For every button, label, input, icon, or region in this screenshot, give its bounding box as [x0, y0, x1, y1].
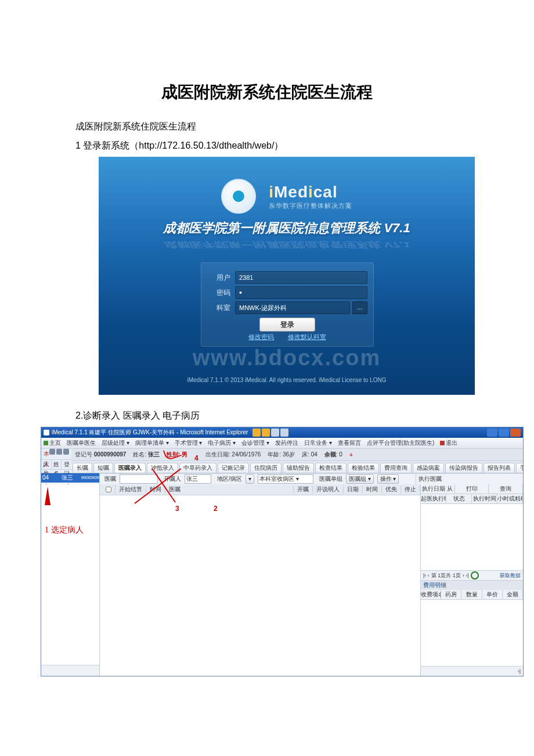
change-password-link[interactable]: 修改密码	[248, 333, 274, 340]
password-input[interactable]	[235, 286, 367, 299]
annotation-3: 3	[175, 505, 179, 513]
right-head-exec: 执行医嘱	[418, 475, 442, 483]
tab-billing[interactable]: 记账记录	[218, 463, 249, 473]
password-label: 密码	[207, 288, 230, 298]
system-name: 成都医学院第一附属医院信息管理系统 V7.1	[99, 219, 475, 237]
brand-title: iMedical	[269, 183, 352, 201]
rcol-status: 状态	[446, 494, 472, 503]
tab-exam-result[interactable]: 检查结果	[315, 463, 347, 473]
tab-secondary[interactable]: 手次医嘱	[516, 463, 524, 473]
nav-stop-icon[interactable]	[271, 429, 279, 437]
dept-input[interactable]: MNWK-泌尿外科	[235, 301, 350, 314]
menu-daily[interactable]: 日常业务 ▾	[304, 439, 332, 447]
rcol-query-btn[interactable]: 查询	[489, 484, 523, 494]
menu-msg[interactable]: 查看留言	[338, 439, 361, 447]
window-close-button[interactable]	[510, 429, 521, 437]
col-start: 开始结算	[116, 485, 146, 494]
user-label: 用户	[207, 273, 230, 283]
orderer-input[interactable]: 张三	[185, 474, 211, 484]
patient-info-bar: 登记号 0000990097 姓名: 张三 性别: 男 4 出生日期: 24/0…	[71, 449, 524, 461]
panel-collapse-icon[interactable]	[49, 449, 55, 455]
rcol-date-from: 执行日期 从	[421, 484, 455, 494]
window-maximize-button[interactable]	[499, 429, 509, 437]
menu-consult[interactable]: 会诊管理 ▾	[241, 439, 269, 447]
bottom-pager: |‹ ‹ 第 1 页共 1 页 › ›| |‹ ‹ 第 1 页共 1 页 › ›…	[41, 676, 523, 676]
tab-short-order[interactable]: 短嘱	[93, 463, 113, 473]
nav-fwd-icon[interactable]	[262, 429, 270, 437]
app-titlebar: iMedical 7.1.1 肖建平 住院医师 GJWK-关节外科 - Micr…	[41, 427, 523, 438]
rcol-print-btn[interactable]: 打印	[455, 484, 489, 494]
sex-field: 性别: 男	[167, 451, 187, 459]
doc-step-1: 1 登录新系统（http://172.16.50.13/dthealth/web…	[75, 140, 511, 152]
refresh-icon[interactable]	[471, 571, 479, 579]
menu-exit[interactable]: 退出	[440, 439, 457, 447]
menu-dispense[interactable]: 发药停注	[275, 439, 298, 447]
tab-inpatient[interactable]: 住院病历	[250, 463, 282, 473]
menu-emr[interactable]: 电子病历 ▾	[208, 439, 236, 447]
annotation-4: 4	[194, 454, 199, 462]
app-icon	[44, 430, 49, 435]
loc-button[interactable]: ▾	[246, 474, 254, 484]
patient-row-selected[interactable]: 04 张三 99009098	[41, 473, 99, 483]
tab-order-entry[interactable]: 医嘱录入	[114, 463, 146, 473]
menu-home[interactable]: 主页	[44, 439, 61, 447]
fetch-data-link[interactable]: 获取教据	[500, 572, 521, 579]
tab-infectious-report[interactable]: 传染病报告	[445, 463, 482, 473]
login-button[interactable]: 登录	[259, 318, 315, 332]
app-menubar: 主页 医嘱单医生 层级处理 ▾ 病理单清单 ▾ 手术管理 ▾ 电子病历 ▾ 会诊…	[41, 438, 523, 449]
loc-label: 地区/病区	[217, 475, 242, 483]
tab-aux-report[interactable]: 辅助报告	[283, 463, 314, 473]
login-footer: iMedical 7.1.1 © 2013 iMedical. All righ…	[99, 377, 475, 383]
hospital-logo-icon	[221, 179, 256, 214]
select-all-checkbox[interactable]	[106, 487, 111, 492]
plus-icon: +	[349, 452, 353, 458]
change-default-dept-link[interactable]: 修改默认科室	[288, 333, 326, 340]
menu-surgery[interactable]: 手术管理 ▾	[175, 439, 203, 447]
menu-review[interactable]: 点评平台管理(助主院医生)	[367, 439, 435, 447]
status-select[interactable]: 医嘱组 ▾	[346, 474, 374, 484]
tab-long-order[interactable]: 长嘱	[73, 463, 92, 473]
rcol-price: 单价	[482, 590, 503, 599]
nav-refresh-icon[interactable]	[280, 429, 288, 437]
system-name-reflection: 成都医学院第一附属医院信息管理系统 V7.1	[99, 239, 475, 250]
menu-doctor[interactable]: 医嘱单医生	[67, 439, 96, 447]
left-col-reg: 登记号	[62, 460, 71, 469]
doc-title: 成医附院新系统住院医生流程	[23, 81, 511, 103]
left-header: 本人病人	[44, 449, 49, 459]
tab-lab-result[interactable]: 检验结果	[348, 463, 379, 473]
user-input[interactable]: 2381	[235, 271, 367, 284]
tab-fee-query[interactable]: 费用查询	[380, 463, 412, 473]
exit-icon	[440, 441, 445, 445]
login-screenshot: iMedical 东华数字医疗整体解决方案 成都医学院第一附属医院信息管理系统 …	[99, 157, 475, 395]
dept-label: 科室	[207, 303, 230, 313]
annotation-arrow-icon	[45, 487, 50, 505]
col-order: 医嘱	[165, 485, 294, 494]
window-minimize-button[interactable]	[487, 429, 497, 437]
col-priority: 优先	[382, 485, 401, 494]
ward-select[interactable]: 本科室收病区 ▾	[258, 474, 313, 484]
rcol-amount: 金额	[503, 590, 523, 599]
tab-infection[interactable]: 感染病案	[413, 463, 444, 473]
rcol-runtime: 执行时间	[472, 494, 497, 503]
tab-bar: 长嘱 短嘱 医嘱录入 冲抵录入 中草药录入 记账记录 住院病历 辅助报告 检查结…	[71, 461, 524, 473]
dept-picker-button[interactable]: …	[352, 301, 367, 314]
orderer-label: 开嘱人	[164, 475, 181, 483]
patient-list-panel: 1 选定病人	[41, 484, 100, 676]
tab-offset-entry[interactable]: 冲抵录入	[147, 463, 178, 473]
right-panel: 执行日期 从 打印 查询 起医执行时间 状态 执行时间 小时或精确度 |‹ ‹ …	[420, 484, 523, 676]
panel-close-icon[interactable]	[63, 449, 69, 455]
tab-report-list[interactable]: 报告列表	[484, 463, 515, 473]
app-screenshot: iMedical 7.1.1 肖建平 住院医师 GJWK-关节外科 - Micr…	[41, 427, 524, 676]
order-input[interactable]	[120, 474, 158, 484]
doc-step-2: 2.诊断录入 医嘱录入 电子病历	[75, 410, 511, 422]
menu-level[interactable]: 层级处理 ▾	[102, 439, 129, 447]
col-time: 时间	[146, 485, 165, 494]
login-form: 用户 2381 密码 科室 MNWK-泌尿外科 … 登录 修改密码 修改默认科室	[201, 262, 374, 347]
panel-pin-icon[interactable]	[56, 449, 62, 455]
menu-pathology[interactable]: 病理单清单 ▾	[135, 439, 169, 447]
right-pager-2: ›|	[421, 666, 523, 676]
annotation-2: 2	[214, 505, 218, 513]
action-select[interactable]: 操作 ▾	[377, 474, 399, 484]
nav-back-icon[interactable]	[252, 429, 261, 437]
tab-herb-entry[interactable]: 中草药录入	[179, 463, 217, 473]
